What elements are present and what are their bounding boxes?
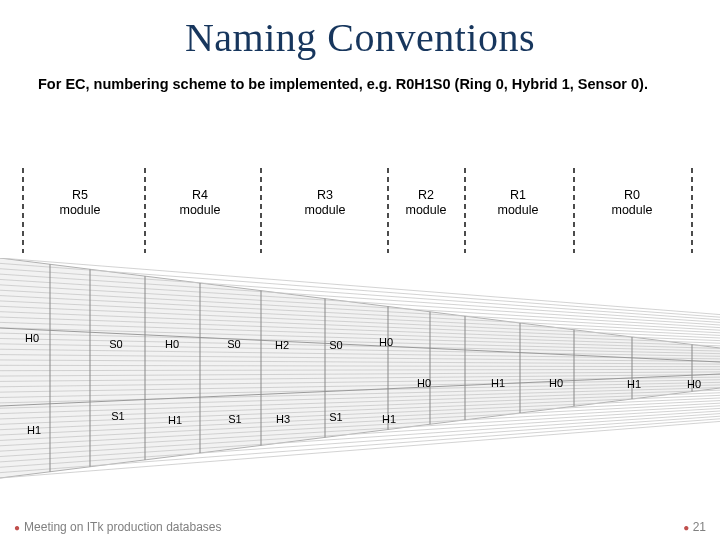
naming-diagram: R5moduleR4moduleR3moduleR2moduleR1module… (0, 158, 720, 498)
boundaries-svg (0, 158, 720, 498)
hybrid-sensor-label: S1 (329, 411, 342, 423)
slide: Naming Conventions For EC, numbering sch… (0, 0, 720, 540)
hybrid-sensor-label: S0 (329, 339, 342, 351)
slide-title: Naming Conventions (0, 0, 720, 61)
footer-bullet-icon: ● (14, 522, 20, 533)
hybrid-sensor-label: H1 (27, 424, 41, 436)
page-number: 21 (693, 520, 706, 534)
hybrid-sensor-label: H1 (168, 414, 182, 426)
footer-text: Meeting on ITk production databases (24, 520, 221, 534)
hybrid-sensor-label: H0 (165, 338, 179, 350)
hybrid-sensor-label: H0 (687, 378, 701, 390)
hybrid-sensor-label: H0 (417, 377, 431, 389)
intro-text: For EC, numbering scheme to be implement… (0, 61, 720, 95)
hybrid-sensor-label: S0 (227, 338, 240, 350)
hybrid-sensor-label: H0 (549, 377, 563, 389)
hybrid-sensor-label: H2 (275, 339, 289, 351)
hybrid-sensor-label: H1 (382, 413, 396, 425)
hybrid-sensor-label: H1 (491, 377, 505, 389)
footer-right: ● 21 (683, 520, 706, 534)
hybrid-sensor-label: H0 (379, 336, 393, 348)
hybrid-sensor-label: S0 (109, 338, 122, 350)
hybrid-sensor-label: H3 (276, 413, 290, 425)
hybrid-sensor-label: H1 (627, 378, 641, 390)
footer: ● Meeting on ITk production databases ● … (0, 514, 720, 540)
hybrid-sensor-label: H0 (25, 332, 39, 344)
hybrid-sensor-label: S1 (228, 413, 241, 425)
footer-left: ● Meeting on ITk production databases (14, 520, 222, 534)
page-bullet-icon: ● (683, 522, 689, 533)
hybrid-sensor-label: S1 (111, 410, 124, 422)
